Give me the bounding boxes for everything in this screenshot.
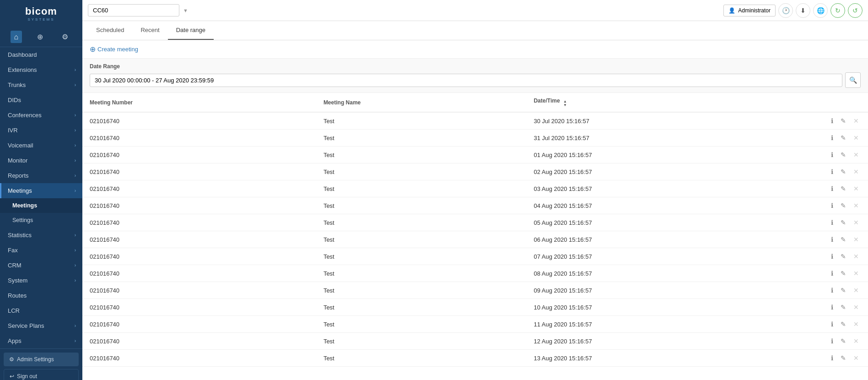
- download-icon-btn[interactable]: ⬇: [796, 3, 810, 18]
- info-button[interactable]: ℹ: [829, 116, 835, 125]
- cell-datetime: 11 Aug 2020 15:16:57: [526, 316, 822, 333]
- clock-icon-btn[interactable]: 🕐: [778, 3, 793, 18]
- info-button[interactable]: ℹ: [829, 201, 835, 210]
- delete-button[interactable]: ✕: [852, 269, 861, 278]
- chevron-icon-trunks: ›: [75, 82, 76, 87]
- sidebar-item-label-routes: Routes: [8, 292, 27, 299]
- info-button[interactable]: ℹ: [829, 133, 835, 142]
- delete-button[interactable]: ✕: [852, 184, 861, 193]
- col-datetime[interactable]: Date/Time ▲▼: [526, 93, 822, 112]
- tab-date-range[interactable]: Date range: [168, 21, 214, 40]
- sign-out-button[interactable]: ↩ Sign out: [4, 369, 79, 380]
- sidebar-item-apps[interactable]: Apps›: [0, 333, 82, 348]
- edit-button[interactable]: ✎: [839, 133, 848, 142]
- extension-select[interactable]: CC60: [88, 4, 179, 16]
- edit-button[interactable]: ✎: [839, 303, 848, 312]
- info-button[interactable]: ℹ: [829, 320, 835, 329]
- tab-recent[interactable]: Recent: [132, 21, 167, 40]
- info-button[interactable]: ℹ: [829, 235, 835, 244]
- delete-button[interactable]: ✕: [852, 303, 861, 312]
- sidebar-item-label-service-plans: Service Plans: [8, 322, 44, 329]
- info-button[interactable]: ℹ: [829, 150, 835, 159]
- sidebar-item-extensions[interactable]: Extensions›: [0, 62, 82, 77]
- edit-button[interactable]: ✎: [839, 184, 848, 193]
- sign-out-label: Sign out: [17, 373, 37, 380]
- sidebar-item-meetings[interactable]: Meetings›: [0, 183, 82, 198]
- info-button[interactable]: ℹ: [829, 184, 835, 193]
- info-button[interactable]: ℹ: [829, 167, 835, 176]
- edit-button[interactable]: ✎: [839, 116, 848, 125]
- home-icon-btn[interactable]: ⌂: [11, 31, 22, 43]
- sidebar-item-crm[interactable]: CRM›: [0, 258, 82, 273]
- edit-button[interactable]: ✎: [839, 218, 848, 227]
- cell-meeting-number: 021016740: [82, 112, 316, 130]
- delete-button[interactable]: ✕: [852, 167, 861, 176]
- cell-meeting-name: Test: [316, 333, 527, 350]
- delete-button[interactable]: ✕: [852, 116, 861, 125]
- edit-button[interactable]: ✎: [839, 150, 848, 159]
- info-button[interactable]: ℹ: [829, 303, 835, 312]
- cell-actions: ℹ ✎ ✕: [822, 333, 868, 350]
- cell-meeting-name: Test: [316, 265, 527, 282]
- delete-button[interactable]: ✕: [852, 235, 861, 244]
- delete-button[interactable]: ✕: [852, 320, 861, 329]
- delete-button[interactable]: ✕: [852, 133, 861, 142]
- sidebar-item-voicemail[interactable]: Voicemail›: [0, 138, 82, 153]
- sidebar-item-statistics[interactable]: Statistics›: [0, 228, 82, 243]
- info-button[interactable]: ℹ: [829, 337, 835, 346]
- info-button[interactable]: ℹ: [829, 218, 835, 227]
- edit-button[interactable]: ✎: [839, 269, 848, 278]
- edit-button[interactable]: ✎: [839, 286, 848, 295]
- admin-settings-button[interactable]: ⚙ Admin Settings: [4, 353, 79, 366]
- sidebar-item-system[interactable]: System›: [0, 273, 82, 288]
- info-button[interactable]: ℹ: [829, 252, 835, 261]
- gear-icon-btn[interactable]: ⚙: [58, 31, 72, 43]
- refresh2-icon-btn[interactable]: ↺: [848, 3, 863, 18]
- edit-button[interactable]: ✎: [839, 167, 848, 176]
- delete-button[interactable]: ✕: [852, 150, 861, 159]
- delete-button[interactable]: ✕: [852, 353, 861, 363]
- refresh-icon-btn[interactable]: ↻: [830, 3, 845, 18]
- col-meeting-name: Meeting Name: [316, 93, 527, 112]
- sidebar-item-meetings-sub[interactable]: Meetings: [0, 198, 82, 213]
- edit-button[interactable]: ✎: [839, 320, 848, 329]
- sidebar-item-ivr[interactable]: IVR›: [0, 123, 82, 138]
- sidebar-item-trunks[interactable]: Trunks›: [0, 77, 82, 92]
- delete-button[interactable]: ✕: [852, 218, 861, 227]
- edit-button[interactable]: ✎: [839, 252, 848, 261]
- sidebar-item-settings-sub[interactable]: Settings: [0, 213, 82, 228]
- info-button[interactable]: ℹ: [829, 269, 835, 278]
- sidebar-item-dids[interactable]: DIDs: [0, 92, 82, 108]
- sidebar-item-monitor[interactable]: Monitor›: [0, 153, 82, 168]
- cell-actions: ℹ ✎ ✕: [822, 299, 868, 316]
- sidebar-item-conferences[interactable]: Conferences›: [0, 108, 82, 123]
- create-meeting-label: Create meeting: [97, 46, 138, 53]
- cell-meeting-number: 021016740: [82, 130, 316, 147]
- delete-button[interactable]: ✕: [852, 337, 861, 346]
- create-meeting-link[interactable]: ⊕ Create meeting: [90, 45, 861, 54]
- user-menu-button[interactable]: 👤 Administrator: [723, 5, 776, 16]
- cell-meeting-number: 021016740: [82, 180, 316, 197]
- info-button[interactable]: ℹ: [829, 353, 835, 363]
- tab-scheduled[interactable]: Scheduled: [88, 21, 132, 40]
- delete-button[interactable]: ✕: [852, 286, 861, 295]
- delete-button[interactable]: ✕: [852, 252, 861, 261]
- edit-button[interactable]: ✎: [839, 353, 848, 363]
- date-range-input[interactable]: [90, 74, 842, 87]
- search-button[interactable]: 🔍: [845, 72, 861, 88]
- sidebar-item-service-plans[interactable]: Service Plans›: [0, 318, 82, 333]
- sidebar-item-dashboard[interactable]: Dashboard: [0, 47, 82, 62]
- sidebar-item-label-meetings-sub: Meetings: [12, 202, 37, 209]
- chevron-icon-monitor: ›: [75, 158, 76, 163]
- sidebar-item-fax[interactable]: Fax›: [0, 243, 82, 258]
- sidebar-item-routes[interactable]: Routes: [0, 288, 82, 303]
- info-button[interactable]: ℹ: [829, 286, 835, 295]
- edit-button[interactable]: ✎: [839, 235, 848, 244]
- delete-button[interactable]: ✕: [852, 201, 861, 210]
- sidebar-item-lcr[interactable]: LCR: [0, 303, 82, 318]
- globe-icon-btn[interactable]: ⊕: [33, 31, 47, 43]
- edit-button[interactable]: ✎: [839, 201, 848, 210]
- edit-button[interactable]: ✎: [839, 337, 848, 346]
- globe-icon-btn2[interactable]: 🌐: [813, 3, 828, 18]
- sidebar-item-reports[interactable]: Reports›: [0, 168, 82, 183]
